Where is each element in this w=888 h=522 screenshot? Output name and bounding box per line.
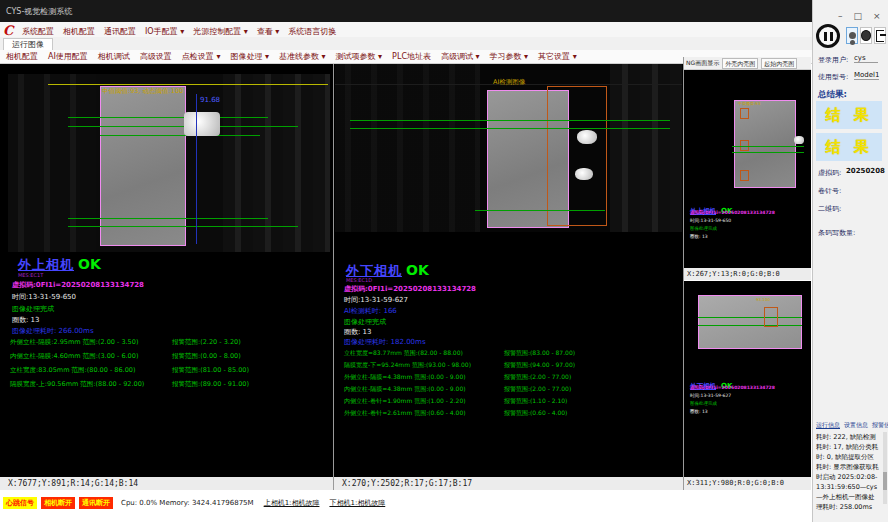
minimize-button[interactable]: – xyxy=(838,11,843,21)
center-camera-panel: AI检测图像 外下相机OK MES:EC1D 虚拟码:0FI1i=2025020… xyxy=(334,64,683,477)
ai-detect-box xyxy=(740,170,749,181)
center-status-ok: OK xyxy=(406,262,429,278)
mini-panel-top: 中值阈值:93 外上相机 OK 虚拟码:0FI1i=20250208133134… xyxy=(684,70,811,268)
mini-line: 虚拟码:0FI1i=20250208133134728 xyxy=(690,385,775,390)
center-elapsed: 图像处理耗时: 182.00ms xyxy=(344,337,426,347)
tool-other-settings[interactable]: 其它设置 ▾ xyxy=(538,51,577,62)
tool-test-params[interactable]: 测试项参数 ▾ xyxy=(336,51,383,62)
stats-scrollbar[interactable] xyxy=(883,432,887,504)
alarm-range-text: 报警范围:(2.20 - 3.20) xyxy=(172,338,241,347)
tool-plc-table[interactable]: PLC地址表 xyxy=(392,51,431,62)
tab-alarm-info[interactable]: 报警信息 xyxy=(872,421,888,430)
menu-item-comm-config[interactable]: 通讯配置 xyxy=(104,26,136,37)
tab-start-shell[interactable]: 起始内壳图 xyxy=(761,58,797,69)
camera-disconnect-badge: 相机断开 xyxy=(41,497,75,509)
measure-line xyxy=(475,210,605,211)
exit-button[interactable] xyxy=(874,27,886,44)
mini-line: 圈数: 13 xyxy=(690,234,708,239)
tool-advanced-settings[interactable]: 高级设置 xyxy=(140,51,172,62)
model-label: 使用型号: xyxy=(818,72,848,82)
mini-top-image[interactable]: 中值阈值:93 xyxy=(732,98,804,190)
measure-text: 立柱宽度:83.05mm 范围:(80.00 - 86.00) xyxy=(10,366,135,374)
measure-line xyxy=(732,146,804,147)
alarm-range-text: 报警范围:(89.00 - 91.00) xyxy=(172,380,249,389)
maximize-button[interactable]: □ xyxy=(854,11,863,21)
left-elapsed: 图像处理耗时: 266.00ms xyxy=(12,326,94,336)
measure-row: 隔膜宽度-下=95.24mm 范围:(93.00 - 98.00) 报警范围:(… xyxy=(344,361,679,370)
measure-text: 隔膜宽度-下=95.24mm 范围:(93.00 - 98.00) xyxy=(344,361,471,368)
info-tabs: 运行信息 设置信息 报警信息 xyxy=(816,421,888,430)
left-camera-image[interactable]: 中值阈值:93, 动态阈值:100 91.68 xyxy=(8,74,330,252)
tool-ai-config[interactable]: AI使用配置 xyxy=(48,51,88,62)
measure-line xyxy=(100,135,260,136)
measure-value-overlay: 91.68 xyxy=(200,96,220,104)
login-user-label: 登录用户: xyxy=(818,55,848,65)
tool-spotcheck-settings[interactable]: 点检设置 ▾ xyxy=(182,51,221,62)
connector-part xyxy=(184,112,220,136)
total-result-label: 总结果: xyxy=(818,89,847,101)
alarm-range-text: 报警范围:(2.00 - 77.00) xyxy=(504,373,571,382)
scrollbar-thumb[interactable] xyxy=(883,472,887,490)
center-camera-image[interactable]: AI检测图像 xyxy=(335,64,682,232)
measure-text: 内侧立柱-隔膜=4.38mm 范围:(0.00 - 9.00) xyxy=(344,385,466,392)
tab-run-info[interactable]: 运行信息 xyxy=(816,421,840,430)
user-login-button[interactable] xyxy=(846,27,858,44)
left-rounds: 圈数: 13 xyxy=(12,315,40,325)
lock-button[interactable] xyxy=(860,27,872,44)
ai-detect-box xyxy=(764,307,778,327)
ng-display-label: NG画面显示 xyxy=(686,59,719,68)
bright-spot xyxy=(577,130,597,144)
menu-item-language[interactable]: 系统语言切换 xyxy=(288,26,336,37)
login-user-value[interactable]: cys xyxy=(854,54,878,63)
mini-tab-bar: NG画面显示 外壳内壳图 起始内壳图 xyxy=(684,57,811,70)
pause-icon xyxy=(824,32,827,41)
window-controls: – □ × xyxy=(838,11,881,21)
left-time: 时间:13-31-59-650 xyxy=(12,292,76,302)
close-button[interactable]: × xyxy=(873,11,881,21)
result-block-1: 结 果 xyxy=(816,101,882,129)
baseline-overlay xyxy=(48,84,328,85)
menu-item-system-config[interactable]: 系统配置 xyxy=(22,26,54,37)
measure-row: 立柱宽度=83.77mm 范围:(82.00 - 88.00) 报警范围:(83… xyxy=(344,349,679,358)
mini-line: 图像处理完成 xyxy=(690,226,717,231)
measure-row: 内侧立柱-隔膜:4.60mm 范围:(3.00 - 6.00) 报警范围:(0.… xyxy=(10,352,330,361)
app-logo-icon: C xyxy=(3,23,13,38)
tool-learn-params[interactable]: 学习参数 ▾ xyxy=(490,51,529,62)
measure-text: 外侧立柱-隔膜=4.38mm 范围:(0.00 - 9.00) xyxy=(344,373,466,380)
overlay-mark: 93.100 xyxy=(756,297,770,302)
center-done: 图像处理完成 xyxy=(344,317,386,327)
ai-detect-box xyxy=(547,86,607,226)
tool-camera-debug[interactable]: 相机调试 xyxy=(98,51,130,62)
tool-camera-config[interactable]: 相机配置 xyxy=(6,51,38,62)
measure-vline xyxy=(196,94,197,244)
center-camera-title: 外下相机 xyxy=(346,263,402,278)
measure-line xyxy=(68,126,298,127)
mini-bottom-image[interactable]: 93.100 xyxy=(698,291,802,353)
lower-camera-fault-link[interactable]: 下相机1:相机故障 xyxy=(329,498,385,508)
menu-item-camera-config[interactable]: 相机配置 xyxy=(63,26,95,37)
left-camera-title: 外上相机 xyxy=(18,257,74,272)
tool-image-processing[interactable]: 图像处理 ▾ xyxy=(230,51,269,62)
write-count-label: 条码写数量: xyxy=(818,228,855,238)
tool-advanced-debug[interactable]: 高级调试 ▾ xyxy=(441,51,480,62)
tool-baseline-params[interactable]: 基准线参数 ▾ xyxy=(279,51,326,62)
menu-item-io-config[interactable]: IO手配置 ▾ xyxy=(145,26,184,37)
tab-row xyxy=(0,37,812,51)
window-title: CYS-视觉检测系统 xyxy=(6,6,72,17)
pause-icon xyxy=(830,32,833,41)
virtual-code-label: 虚拟码: xyxy=(818,168,841,178)
model-value[interactable]: Model1 xyxy=(854,71,879,80)
tab-outer-shell[interactable]: 外壳内壳图 xyxy=(722,58,758,69)
mini-top-coords-footer: X:267;Y:13;R:0;G:0;B:0 xyxy=(684,268,811,280)
upper-camera-fault-link[interactable]: 上相机1:相机故障 xyxy=(264,498,320,508)
status-bar: 心跳信号 相机断开 通讯断开 Cpu: 0.0% Memory: 3424.41… xyxy=(0,496,812,509)
measure-text: 立柱宽度=83.77mm 范围:(82.00 - 88.00) xyxy=(344,349,463,356)
measure-row: 隔膜宽度-上:90.56mm 范围:(88.00 - 92.00) 报警范围:(… xyxy=(10,380,330,389)
pause-button[interactable] xyxy=(816,24,840,48)
tab-settings-info[interactable]: 设置信息 xyxy=(844,421,868,430)
alarm-range-text: 报警范围:(2.00 - 77.00) xyxy=(504,385,571,394)
menu-item-view[interactable]: 查看 ▾ xyxy=(257,26,280,37)
ai-detect-box xyxy=(740,108,749,119)
measure-text: 内侧立柱-卷针=1.90mm 范围:(1.00 - 2.20) xyxy=(344,397,466,404)
menu-item-light-config[interactable]: 光源控制配置 ▾ xyxy=(193,26,248,37)
